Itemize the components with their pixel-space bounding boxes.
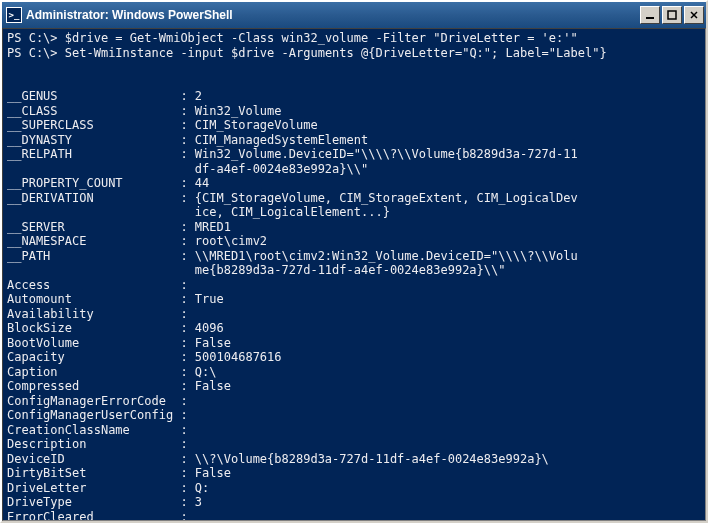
property-row: DriveType: 3 <box>7 495 701 510</box>
property-row: DirtyBitSet: False <box>7 466 701 481</box>
command-text: $drive = Get-WmiObject -Class win32_volu… <box>65 31 578 46</box>
property-value: CIM_ManagedSystemElement <box>195 133 368 148</box>
property-wrap: df-a4ef-0024e83e992a}\\" <box>7 162 701 177</box>
property-key: BootVolume <box>7 336 180 351</box>
wrap-indent <box>7 162 195 177</box>
powershell-window: >_ Administrator: Windows PowerShell PS … <box>0 0 708 523</box>
property-key: Access <box>7 278 180 293</box>
property-key: __PATH <box>7 249 180 264</box>
separator: : <box>180 292 194 307</box>
property-wrap: ice, CIM_LogicalElement...} <box>7 205 701 220</box>
property-value: 4096 <box>195 321 224 336</box>
separator: : <box>180 394 194 409</box>
window-buttons <box>640 6 704 24</box>
property-value: 2 <box>195 89 202 104</box>
separator: : <box>180 234 194 249</box>
property-key: __NAMESPACE <box>7 234 180 249</box>
separator: : <box>180 118 194 133</box>
property-key: Availability <box>7 307 180 322</box>
separator: : <box>180 191 194 206</box>
property-value: Q:\ <box>195 365 217 380</box>
property-row: Access: <box>7 278 701 293</box>
property-row: __RELPATH: Win32_Volume.DeviceID="\\\\?\… <box>7 147 701 162</box>
property-wrap: me{b8289d3a-727d-11df-a4ef-0024e83e992a}… <box>7 263 701 278</box>
wrap-indent <box>7 263 195 278</box>
property-value: False <box>195 336 231 351</box>
property-value: root\cimv2 <box>195 234 267 249</box>
separator: : <box>180 481 194 496</box>
minimize-button[interactable] <box>640 6 660 24</box>
separator: : <box>180 133 194 148</box>
property-row: DeviceID: \\?\Volume{b8289d3a-727d-11df-… <box>7 452 701 467</box>
property-value: 44 <box>195 176 209 191</box>
property-key: Compressed <box>7 379 180 394</box>
property-value: {CIM_StorageVolume, CIM_StorageExtent, C… <box>195 191 578 206</box>
window-title: Administrator: Windows PowerShell <box>26 8 640 22</box>
separator: : <box>180 379 194 394</box>
command-text: Set-WmiInstance -input $drive -Arguments… <box>65 46 607 61</box>
separator: : <box>180 437 194 452</box>
property-row: __SUPERCLASS: CIM_StorageVolume <box>7 118 701 133</box>
property-key: __DYNASTY <box>7 133 180 148</box>
property-key: Description <box>7 437 180 452</box>
powershell-icon: >_ <box>6 7 22 23</box>
separator: : <box>180 220 194 235</box>
property-key: ErrorCleared <box>7 510 180 522</box>
property-key: Capacity <box>7 350 180 365</box>
property-key: DriveLetter <box>7 481 180 496</box>
blank-line <box>7 75 701 90</box>
property-row: Capacity: 500104687616 <box>7 350 701 365</box>
property-row: ConfigManagerErrorCode: <box>7 394 701 409</box>
property-row: BlockSize: 4096 <box>7 321 701 336</box>
wrap-indent <box>7 205 195 220</box>
property-value: MRED1 <box>195 220 231 235</box>
close-icon <box>689 10 699 20</box>
separator: : <box>180 321 194 336</box>
property-row: DriveLetter: Q: <box>7 481 701 496</box>
property-row: Availability: <box>7 307 701 322</box>
console-output[interactable]: PS C:\> $drive = Get-WmiObject -Class wi… <box>2 28 706 521</box>
separator: : <box>180 408 194 423</box>
property-value: Win32_Volume.DeviceID="\\\\?\\Volume{b82… <box>195 147 578 162</box>
property-key: Automount <box>7 292 180 307</box>
separator: : <box>180 249 194 264</box>
svg-rect-0 <box>646 17 654 19</box>
svg-rect-1 <box>668 11 676 19</box>
property-value: 500104687616 <box>195 350 282 365</box>
separator: : <box>180 466 194 481</box>
property-row: __DYNASTY: CIM_ManagedSystemElement <box>7 133 701 148</box>
property-key: __RELPATH <box>7 147 180 162</box>
property-row: ErrorCleared: <box>7 510 701 522</box>
property-row: Automount: True <box>7 292 701 307</box>
property-value: \\MRED1\root\cimv2:Win32_Volume.DeviceID… <box>195 249 578 264</box>
titlebar[interactable]: >_ Administrator: Windows PowerShell <box>2 2 706 28</box>
property-value: 3 <box>195 495 202 510</box>
separator: : <box>180 365 194 380</box>
maximize-button[interactable] <box>662 6 682 24</box>
command-line: PS C:\> Set-WmiInstance -input $drive -A… <box>7 46 701 61</box>
property-key: ConfigManagerErrorCode <box>7 394 180 409</box>
property-row: Description: <box>7 437 701 452</box>
property-row: __PROPERTY_COUNT: 44 <box>7 176 701 191</box>
separator: : <box>180 336 194 351</box>
separator: : <box>180 147 194 162</box>
property-value: True <box>195 292 224 307</box>
property-row: BootVolume: False <box>7 336 701 351</box>
prompt: PS C:\> <box>7 46 65 61</box>
maximize-icon <box>667 10 677 20</box>
close-button[interactable] <box>684 6 704 24</box>
property-key: __GENUS <box>7 89 180 104</box>
separator: : <box>180 176 194 191</box>
property-key: __SUPERCLASS <box>7 118 180 133</box>
property-row: __SERVER: MRED1 <box>7 220 701 235</box>
property-value: CIM_StorageVolume <box>195 118 318 133</box>
property-value: \\?\Volume{b8289d3a-727d-11df-a4ef-0024e… <box>195 452 549 467</box>
separator: : <box>180 89 194 104</box>
property-key: ConfigManagerUserConfig <box>7 408 180 423</box>
property-value-cont: df-a4ef-0024e83e992a}\\" <box>195 162 368 177</box>
separator: : <box>180 104 194 119</box>
property-row: __PATH: \\MRED1\root\cimv2:Win32_Volume.… <box>7 249 701 264</box>
property-row: Compressed: False <box>7 379 701 394</box>
property-value: Win32_Volume <box>195 104 282 119</box>
property-key: __DERIVATION <box>7 191 180 206</box>
